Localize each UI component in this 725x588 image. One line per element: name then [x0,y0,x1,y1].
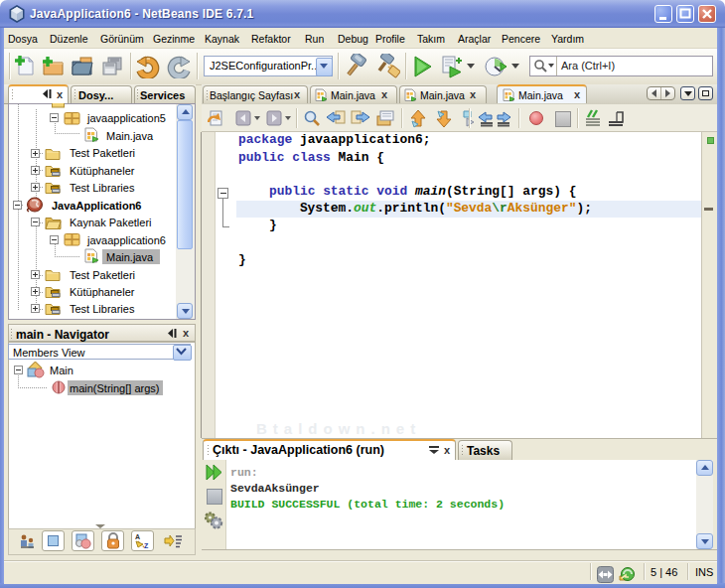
svg-text:A: A [135,533,140,540]
svg-text:Z: Z [144,542,149,549]
